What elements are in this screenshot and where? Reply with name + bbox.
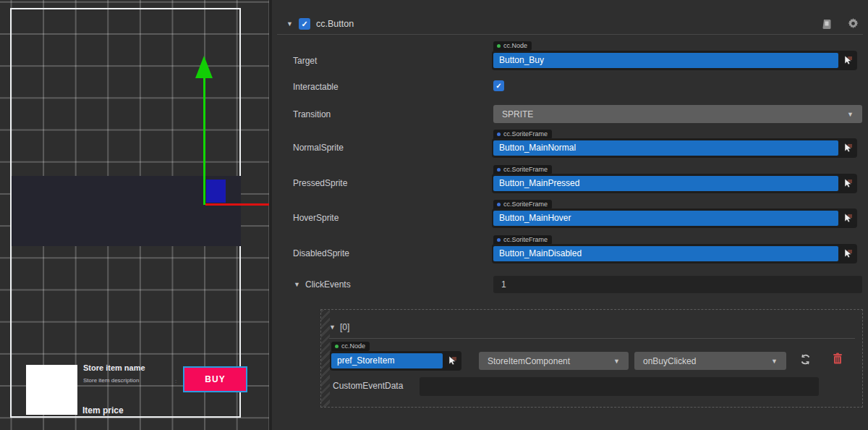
target-label: Target — [293, 56, 317, 66]
locate-asset-button[interactable] — [841, 211, 856, 226]
cocos-editor-window: Store item name Store item description :… — [0, 0, 868, 430]
locate-asset-button[interactable] — [841, 176, 856, 191]
custom-event-data-label: CustomEventData — [333, 381, 403, 391]
gizmo-x-axis-line[interactable] — [205, 203, 269, 206]
locate-node-button[interactable] — [445, 353, 460, 368]
move-gizmo-rect-handle[interactable] — [206, 180, 226, 203]
locate-node-button[interactable] — [841, 53, 856, 68]
locate-asset-button[interactable] — [841, 140, 856, 156]
help-docs-icon[interactable] — [820, 18, 833, 33]
inspector-panel: ▼ ✓ cc.Button Target cc.Node Button_Buy … — [272, 0, 868, 430]
delete-event-trash-icon[interactable] — [833, 353, 843, 366]
buy-button-node[interactable]: BUY — [183, 366, 247, 392]
component-enabled-checkbox[interactable]: ✓ — [299, 18, 310, 30]
event-index-label: [0] — [340, 322, 349, 332]
event-target-node-field[interactable]: pref_StoreItem — [331, 353, 443, 368]
click-events-label: ClickEvents — [305, 279, 351, 290]
click-events-collapse-icon[interactable]: ▼ — [294, 282, 300, 288]
click-events-count-input[interactable]: 1 — [493, 276, 862, 293]
event-node-type-tag: cc.Node — [331, 342, 370, 351]
target-type-tag: cc.Node — [493, 41, 532, 51]
event-component-dropdown[interactable]: StoreItemComponent ▼ — [479, 352, 629, 370]
locate-asset-button[interactable] — [841, 246, 856, 261]
header-separator — [277, 34, 863, 35]
store-item-name-label: Store item name — [83, 363, 145, 372]
sprite-frame-dot-icon — [497, 132, 501, 136]
transition-dropdown[interactable]: SPRITE ▼ — [493, 105, 862, 123]
store-item-description-label: Store item description — [83, 377, 139, 384]
gizmo-y-axis-arrow-icon[interactable] — [195, 56, 213, 78]
node-type-dot-icon — [335, 345, 339, 348]
interactable-checkbox[interactable]: ✓ — [493, 80, 504, 91]
event-separator — [329, 338, 855, 339]
transition-label: Transition — [293, 109, 331, 119]
node-type-dot-icon — [497, 44, 501, 48]
store-item-detail-mark: : — [175, 378, 176, 384]
gizmo-y-axis-line[interactable] — [203, 77, 205, 205]
pressed-sprite-label: PressedSprite — [293, 178, 347, 188]
dropdown-arrow-icon: ▼ — [771, 358, 778, 365]
click-event-item-panel: ▼ [0] cc.Node pref_StoreItem StoreItemCo… — [320, 309, 863, 408]
scene-view[interactable]: Store item name Store item description :… — [0, 0, 269, 430]
custom-event-data-input[interactable] — [420, 377, 819, 396]
target-node-field[interactable]: Button_Buy — [493, 53, 838, 68]
event-collapse-icon[interactable]: ▼ — [329, 324, 336, 331]
store-item-thumbnail — [26, 365, 77, 415]
normal-sprite-field[interactable]: Button_MainNormal — [493, 140, 838, 156]
sprite-frame-dot-icon — [497, 168, 501, 172]
sprite-frame-dot-icon — [497, 203, 501, 206]
normal-sprite-label: NormalSprite — [293, 143, 344, 153]
interactable-label: Interactable — [293, 82, 339, 92]
dropdown-arrow-icon: ▼ — [613, 358, 620, 365]
disabled-sprite-field[interactable]: Button_MainDisabled — [493, 246, 838, 261]
component-title: cc.Button — [316, 19, 354, 29]
gear-icon[interactable] — [847, 17, 859, 32]
pressed-sprite-field[interactable]: Button_MainPressed — [493, 176, 838, 191]
hover-sprite-label: HoverSprite — [293, 213, 339, 223]
component-collapse-icon[interactable]: ▼ — [286, 21, 293, 28]
hover-sprite-field[interactable]: Button_MainHover — [493, 211, 838, 226]
refresh-event-icon[interactable] — [799, 353, 812, 368]
dropdown-arrow-icon: ▼ — [847, 111, 854, 118]
event-handler-dropdown[interactable]: onBuyClicked ▼ — [634, 352, 786, 370]
sprite-frame-dot-icon — [497, 238, 501, 242]
store-item-price-label: Item price — [82, 405, 124, 416]
disabled-sprite-label: DisabledSprite — [293, 248, 349, 258]
